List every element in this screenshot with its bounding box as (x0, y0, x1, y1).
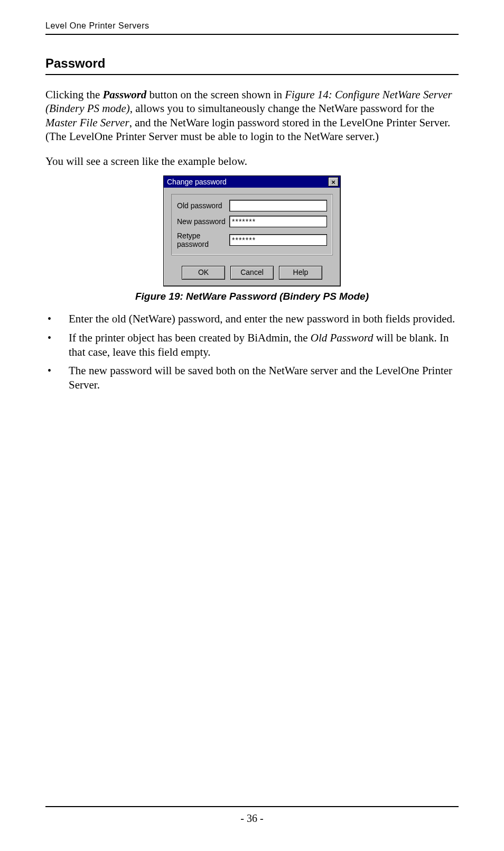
paragraph-1: Clicking the Password button on the scre… (45, 88, 459, 143)
dialog-titlebar: Change password × (164, 176, 340, 188)
old-password-input[interactable] (229, 200, 327, 211)
page-number: - 36 - (240, 812, 263, 824)
dialog-body: Old password New password Retype passwor… (164, 188, 340, 261)
old-password-label: Old password (177, 201, 229, 210)
paragraph-2: You will see a screen like the example b… (45, 154, 459, 168)
cancel-button[interactable]: Cancel (230, 266, 274, 280)
text-bold-italic: Password (103, 88, 147, 101)
form-panel: Old password New password Retype passwor… (171, 194, 333, 255)
dialog-title: Change password (167, 178, 328, 186)
close-button[interactable]: × (328, 177, 339, 187)
close-icon: × (331, 179, 335, 186)
dialog-button-row: OK Cancel Help (164, 261, 340, 286)
list-item-text: If the printer object has been created b… (69, 331, 459, 360)
section-title: Password (45, 56, 459, 75)
bullet-icon (45, 312, 69, 326)
list-item-text: Enter the old (NetWare) password, and en… (69, 312, 459, 326)
bullet-icon (45, 331, 69, 360)
new-password-input[interactable] (229, 216, 327, 227)
running-header: Level One Printer Servers (45, 21, 459, 35)
change-password-dialog: Change password × Old password New passw… (163, 175, 341, 286)
help-button[interactable]: Help (279, 266, 322, 280)
text: If the printer object has been created b… (69, 331, 311, 344)
new-password-label: New password (177, 217, 229, 226)
retype-password-input[interactable] (229, 234, 327, 246)
text: Clicking the (45, 88, 103, 101)
text-italic: Master File Server (45, 116, 129, 129)
text-italic: Old Password (311, 331, 374, 344)
list-item: If the printer object has been created b… (45, 331, 459, 360)
bullet-list: Enter the old (NetWare) password, and en… (45, 312, 459, 392)
list-item: Enter the old (NetWare) password, and en… (45, 312, 459, 326)
retype-password-label: Retype password (177, 232, 229, 248)
ok-button[interactable]: OK (182, 266, 225, 280)
list-item-text: The new password will be saved both on t… (69, 364, 459, 393)
text: allows you to simultaneously change the … (133, 102, 434, 115)
page-footer: - 36 - (45, 806, 459, 825)
list-item: The new password will be saved both on t… (45, 364, 459, 393)
figure-caption: Figure 19: NetWare Password (Bindery PS … (45, 291, 459, 302)
text: button on the screen shown in (146, 88, 285, 101)
bullet-icon (45, 364, 69, 393)
